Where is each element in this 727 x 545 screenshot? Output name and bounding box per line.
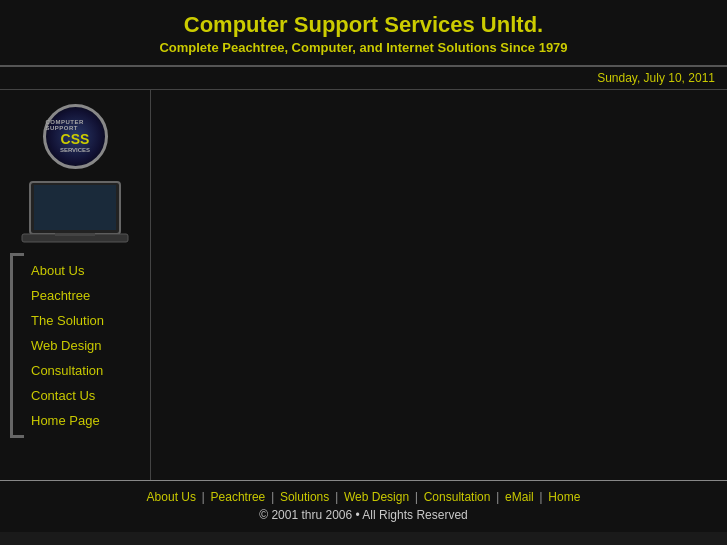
nav-about-us[interactable]: About Us [31, 258, 150, 283]
footer-separator-3: | [335, 489, 342, 504]
logo-css-text: CSS [61, 131, 90, 147]
footer-separator-1: | [202, 489, 209, 504]
footer-link-webdesign[interactable]: Web Design [344, 490, 409, 504]
footer-link-home[interactable]: Home [548, 490, 580, 504]
sidebar-nav: About Us Peachtree The Solution Web Desi… [10, 253, 150, 438]
laptop-icon [20, 180, 130, 245]
nav-consultation[interactable]: Consultation [31, 358, 150, 383]
content-area [150, 90, 727, 480]
sidebar: COMPUTER SUPPORT CSS SERVICES About Us P… [0, 90, 150, 480]
laptop-area [0, 180, 150, 245]
date-bar: Sunday, July 10, 2011 [0, 67, 727, 90]
main-layout: COMPUTER SUPPORT CSS SERVICES About Us P… [0, 90, 727, 480]
site-title: Computer Support Services Unltd. [0, 12, 727, 38]
footer-separator-4: | [415, 489, 422, 504]
nav-home-page[interactable]: Home Page [31, 408, 150, 433]
footer-separator-6: | [539, 489, 546, 504]
footer-link-peachtree[interactable]: Peachtree [211, 490, 266, 504]
site-header: Computer Support Services Unltd. Complet… [0, 0, 727, 67]
nav-web-design[interactable]: Web Design [31, 333, 150, 358]
footer-link-email[interactable]: eMail [505, 490, 534, 504]
site-subtitle: Complete Peachtree, Computer, and Intern… [0, 40, 727, 55]
footer-link-consultation[interactable]: Consultation [424, 490, 491, 504]
logo-area: COMPUTER SUPPORT CSS SERVICES [0, 90, 150, 180]
svg-rect-3 [55, 233, 95, 236]
footer-separator-2: | [271, 489, 278, 504]
footer-separator-5: | [496, 489, 503, 504]
footer-links: About Us | Peachtree | Solutions | Web D… [0, 489, 727, 504]
nav-contact-us[interactable]: Contact Us [31, 383, 150, 408]
css-logo: COMPUTER SUPPORT CSS SERVICES [43, 104, 108, 169]
nav-the-solution[interactable]: The Solution [31, 308, 150, 333]
logo-top-text: COMPUTER SUPPORT [46, 119, 105, 131]
footer: About Us | Peachtree | Solutions | Web D… [0, 480, 727, 532]
footer-copyright: © 2001 thru 2006 • All Rights Reserved [0, 508, 727, 522]
logo-bottom-text: SERVICES [60, 147, 90, 153]
svg-rect-1 [34, 185, 116, 230]
footer-link-solutions[interactable]: Solutions [280, 490, 329, 504]
footer-link-about[interactable]: About Us [147, 490, 196, 504]
nav-peachtree[interactable]: Peachtree [31, 283, 150, 308]
